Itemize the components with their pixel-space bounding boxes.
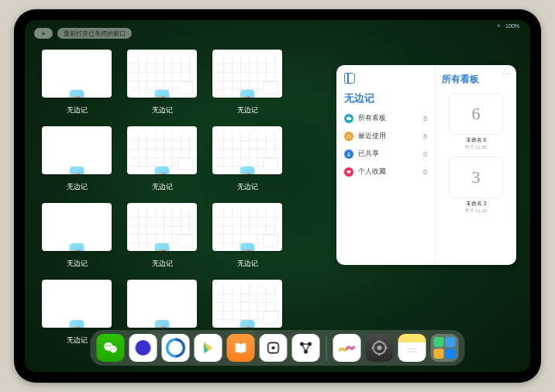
dock (91, 330, 465, 366)
status-bar: ᯤ 100% (497, 23, 519, 29)
reopen-label: 重新打开已关闭的窗口 (64, 29, 126, 38)
window-grid: 无边记无边记无边记无边记无边记无边记无边记无边记无边记无边记无边记无边记 (42, 50, 298, 346)
sidebar-toggle-icon[interactable] (344, 73, 355, 84)
battery-label: 100% (505, 23, 519, 29)
svg-point-4 (106, 345, 108, 346)
side-panel-window[interactable]: 无边记 所有看板8最近使用8已共享0个人收藏0 ⋯ 所有看板 6未命名 6昨天 … (336, 65, 516, 265)
window-thumbnail[interactable]: 无边记 (127, 126, 197, 192)
thumbnail-label: 无边记 (67, 182, 88, 192)
freeform-app-badge-icon (240, 320, 254, 328)
sidebar-item[interactable]: 个人收藏0 (344, 167, 427, 177)
dock-separator (326, 335, 327, 360)
freeform-app-badge-icon (155, 167, 169, 174)
thumbnail-label: 无边记 (152, 105, 173, 115)
freeform-icon[interactable] (333, 334, 361, 362)
sidebar-item-count: 0 (423, 150, 427, 158)
books-icon[interactable] (227, 334, 255, 362)
freeform-app-badge-icon (70, 320, 84, 328)
quark-icon[interactable] (129, 334, 157, 362)
thumbnail-label: 无边记 (67, 259, 88, 269)
app-folder-icon[interactable] (431, 334, 459, 362)
svg-point-15 (377, 346, 382, 350)
thumbnail-label: 无边记 (67, 105, 88, 115)
sidepanel-sidebar: 无边记 所有看板8最近使用8已共享0个人收藏0 (336, 65, 436, 265)
freeform-app-badge-icon (155, 320, 169, 328)
play-icon[interactable] (195, 334, 222, 362)
thumbnail-label: 无边记 (152, 259, 173, 269)
window-thumbnail[interactable]: 无边记 (212, 203, 282, 269)
window-thumbnail[interactable]: 无边记 (42, 126, 112, 192)
wechat-icon[interactable] (97, 334, 125, 362)
board-name: 未命名 6 (442, 136, 510, 144)
sidebar-item-count: 0 (423, 168, 427, 176)
freeform-app-badge-icon (70, 243, 84, 251)
sidebar-item-count: 8 (423, 115, 427, 122)
board-subtitle: 昨天 11:25 (442, 208, 510, 215)
qqbrowser-icon[interactable] (162, 334, 190, 362)
board-subtitle: 昨天 11:25 (442, 144, 510, 151)
freeform-app-badge-icon (240, 167, 254, 174)
window-thumbnail[interactable]: 无边记 (42, 203, 112, 269)
settings-icon[interactable] (366, 334, 394, 362)
sidebar-item[interactable]: 所有看板8 (344, 113, 427, 123)
thumbnail-label: 无边记 (67, 335, 88, 346)
freeform-app-badge-icon (155, 90, 169, 98)
board-thumbnail: 3 (450, 157, 502, 198)
freeform-app-badge-icon (240, 243, 254, 251)
notes-icon[interactable] (398, 334, 426, 362)
new-window-button[interactable]: + (34, 28, 53, 39)
freeform-app-badge-icon (240, 90, 254, 98)
sidepanel-title: 无边记 (344, 91, 427, 105)
game-icon[interactable] (260, 334, 288, 362)
graph-icon[interactable] (292, 334, 320, 362)
sidebar-item-label: 最近使用 (358, 131, 386, 141)
sidebar-item-count: 8 (423, 132, 427, 140)
window-thumbnail[interactable]: 无边记 (127, 50, 197, 115)
svg-point-10 (271, 346, 274, 349)
reopen-closed-button[interactable]: 重新打开已关闭的窗口 (57, 28, 132, 39)
clock-icon (344, 132, 353, 141)
people-icon (344, 150, 353, 159)
svg-point-3 (110, 346, 117, 352)
thumbnail-label: 无边记 (152, 182, 173, 192)
thumbnail-label: 无边记 (237, 105, 258, 115)
window-thumbnail[interactable]: 无边记 (212, 50, 282, 115)
sidebar-item[interactable]: 最近使用8 (344, 131, 427, 141)
plus-icon: + (41, 29, 46, 38)
heart-icon (344, 167, 353, 177)
thumbnail-label: 无边记 (237, 182, 258, 192)
svg-point-5 (109, 345, 111, 346)
window-thumbnail[interactable]: 无边记 (127, 203, 197, 269)
more-icon[interactable]: ⋯ (502, 70, 510, 78)
top-controls: + 重新打开已关闭的窗口 (34, 28, 132, 39)
svg-point-1 (348, 153, 350, 154)
sidepanel-right-title: 所有看板 (442, 73, 510, 86)
thumbnail-label: 无边记 (237, 259, 258, 269)
sidepanel-content: ⋯ 所有看板 6未命名 6昨天 11:253未命名 3昨天 11:25 (436, 65, 516, 265)
screen: ᯤ 100% + 重新打开已关闭的窗口 无边记无边记无边记无边记无边记无边记无边… (25, 20, 530, 372)
board-card[interactable]: 3未命名 3昨天 11:25 (442, 157, 510, 215)
board-thumbnail: 6 (450, 94, 502, 134)
sidebar-item-label: 个人收藏 (358, 167, 386, 177)
ipad-frame: ᯤ 100% + 重新打开已关闭的窗口 无边记无边记无边记无边记无边记无边记无边… (14, 9, 541, 383)
freeform-app-badge-icon (70, 167, 84, 174)
sidebar-item-label: 已共享 (358, 149, 379, 159)
board-name: 未命名 3 (442, 200, 510, 208)
window-thumbnail[interactable]: 无边记 (42, 50, 112, 115)
board-card[interactable]: 6未命名 6昨天 11:25 (442, 94, 510, 151)
svg-point-6 (112, 348, 112, 349)
freeform-app-badge-icon (155, 243, 169, 251)
freeform-app-badge-icon (70, 90, 84, 98)
sidebar-item[interactable]: 已共享0 (344, 149, 427, 159)
cloud-icon (344, 114, 353, 123)
wifi-icon: ᯤ (497, 23, 502, 29)
sidebar-item-label: 所有看板 (358, 113, 386, 123)
svg-point-7 (114, 348, 115, 349)
window-thumbnail[interactable]: 无边记 (212, 126, 282, 192)
